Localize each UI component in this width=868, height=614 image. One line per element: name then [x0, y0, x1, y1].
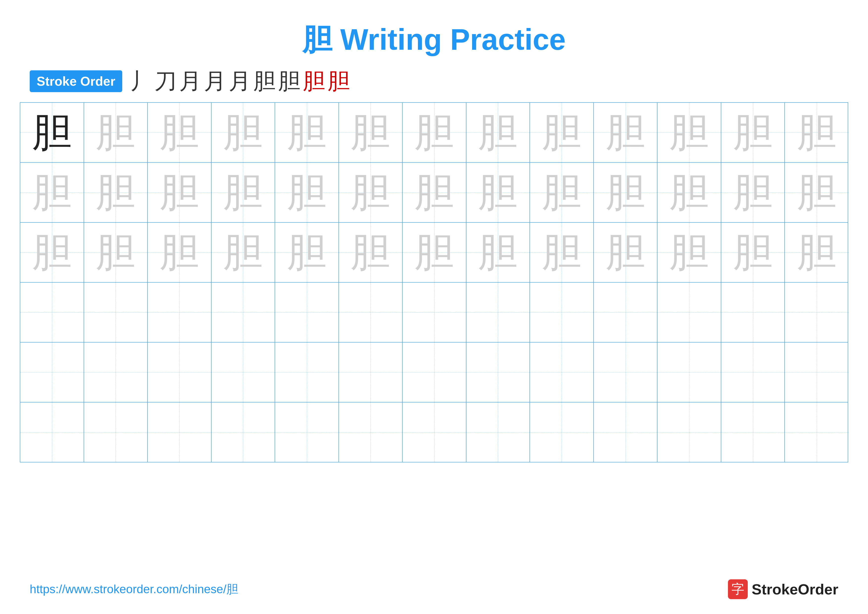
stroke-7: 胆	[278, 70, 301, 92]
grid-cell-6-3[interactable]	[148, 403, 212, 462]
grid-cell-6-8[interactable]	[467, 403, 530, 462]
grid-cell-4-9[interactable]	[530, 283, 594, 342]
grid-cell-3-2: 胆	[84, 223, 148, 282]
stroke-9: 胆	[328, 70, 350, 92]
grid-cell-5-12[interactable]	[721, 342, 785, 402]
grid-cell-2-4: 胆	[212, 163, 275, 222]
grid-cell-5-8[interactable]	[467, 342, 530, 402]
grid-row-5	[20, 342, 848, 403]
grid-cell-5-1[interactable]	[20, 342, 84, 402]
grid-cell-4-10[interactable]	[594, 283, 658, 342]
grid-cell-5-2[interactable]	[84, 342, 148, 402]
grid-cell-6-5[interactable]	[275, 403, 339, 462]
stroke-3: 月	[179, 70, 202, 92]
grid-cell-1-12: 胆	[721, 103, 785, 162]
grid-cell-2-3: 胆	[148, 163, 212, 222]
grid-cell-5-6[interactable]	[339, 342, 403, 402]
grid-cell-2-6: 胆	[339, 163, 403, 222]
grid-row-1: 胆 胆 胆 胆 胆 胆 胆 胆 胆 胆 胆 胆 胆	[20, 103, 848, 163]
grid-cell-3-1: 胆	[20, 223, 84, 282]
grid-cell-6-13[interactable]	[785, 403, 849, 462]
grid-cell-2-11: 胆	[657, 163, 721, 222]
stroke-2: 刀	[154, 70, 177, 92]
grid-cell-3-9: 胆	[530, 223, 594, 282]
grid-cell-2-9: 胆	[530, 163, 594, 222]
grid-cell-4-5[interactable]	[275, 283, 339, 342]
grid-cell-4-2[interactable]	[84, 283, 148, 342]
grid-cell-5-5[interactable]	[275, 342, 339, 402]
footer: https://www.strokeorder.com/chinese/胆 字 …	[0, 579, 868, 599]
grid-row-2: 胆 胆 胆 胆 胆 胆 胆 胆 胆 胆 胆 胆 胆	[20, 163, 848, 223]
practice-grid: 胆 胆 胆 胆 胆 胆 胆 胆 胆 胆 胆 胆 胆 胆 胆 胆 胆 胆 胆 胆 …	[20, 102, 848, 462]
grid-cell-6-7[interactable]	[403, 403, 467, 462]
grid-cell-3-13: 胆	[785, 223, 849, 282]
grid-cell-4-1[interactable]	[20, 283, 84, 342]
grid-cell-3-7: 胆	[403, 223, 467, 282]
grid-cell-4-4[interactable]	[212, 283, 275, 342]
strokeorder-icon: 字	[728, 579, 748, 599]
grid-cell-5-3[interactable]	[148, 342, 212, 402]
grid-cell-3-3: 胆	[148, 223, 212, 282]
grid-cell-3-5: 胆	[275, 223, 339, 282]
grid-cell-6-9[interactable]	[530, 403, 594, 462]
grid-cell-5-13[interactable]	[785, 342, 849, 402]
footer-logo-text: StrokeOrder	[752, 581, 838, 598]
grid-cell-5-11[interactable]	[657, 342, 721, 402]
grid-cell-5-9[interactable]	[530, 342, 594, 402]
grid-cell-1-6: 胆	[339, 103, 403, 162]
grid-cell-2-8: 胆	[467, 163, 530, 222]
grid-cell-5-10[interactable]	[594, 342, 658, 402]
grid-cell-1-13: 胆	[785, 103, 849, 162]
stroke-5: 月	[229, 70, 251, 92]
grid-cell-3-11: 胆	[657, 223, 721, 282]
grid-cell-1-5: 胆	[275, 103, 339, 162]
grid-cell-1-1: 胆	[20, 103, 84, 162]
grid-cell-1-3: 胆	[148, 103, 212, 162]
grid-cell-4-3[interactable]	[148, 283, 212, 342]
grid-cell-3-6: 胆	[339, 223, 403, 282]
grid-cell-5-4[interactable]	[212, 342, 275, 402]
grid-cell-4-13[interactable]	[785, 283, 849, 342]
grid-cell-1-10: 胆	[594, 103, 658, 162]
grid-cell-4-7[interactable]	[403, 283, 467, 342]
grid-cell-2-5: 胆	[275, 163, 339, 222]
grid-cell-3-12: 胆	[721, 223, 785, 282]
grid-cell-2-13: 胆	[785, 163, 849, 222]
grid-cell-4-6[interactable]	[339, 283, 403, 342]
grid-cell-1-7: 胆	[403, 103, 467, 162]
grid-row-6	[20, 403, 848, 462]
stroke-order-badge: Stroke Order	[30, 70, 122, 92]
stroke-6: 胆	[253, 70, 276, 92]
grid-cell-6-10[interactable]	[594, 403, 658, 462]
footer-url: https://www.strokeorder.com/chinese/胆	[30, 581, 238, 597]
grid-cell-6-4[interactable]	[212, 403, 275, 462]
grid-cell-4-12[interactable]	[721, 283, 785, 342]
stroke-8: 胆	[303, 70, 325, 92]
grid-cell-6-1[interactable]	[20, 403, 84, 462]
stroke-sequence: 丿 刀 月 月 月 胆 胆 胆 胆	[130, 70, 350, 92]
title-text: 胆 Writing Practice	[302, 23, 566, 56]
grid-cell-3-8: 胆	[467, 223, 530, 282]
grid-cell-1-4: 胆	[212, 103, 275, 162]
grid-cell-4-8[interactable]	[467, 283, 530, 342]
stroke-order-section: Stroke Order 丿 刀 月 月 月 胆 胆 胆 胆	[0, 70, 868, 92]
grid-cell-1-11: 胆	[657, 103, 721, 162]
footer-logo: 字 StrokeOrder	[728, 579, 838, 599]
grid-row-3: 胆 胆 胆 胆 胆 胆 胆 胆 胆 胆 胆 胆 胆	[20, 223, 848, 283]
grid-cell-2-2: 胆	[84, 163, 148, 222]
grid-cell-2-10: 胆	[594, 163, 658, 222]
grid-cell-6-11[interactable]	[657, 403, 721, 462]
grid-cell-5-7[interactable]	[403, 342, 467, 402]
grid-cell-3-4: 胆	[212, 223, 275, 282]
grid-cell-2-1: 胆	[20, 163, 84, 222]
grid-cell-4-11[interactable]	[657, 283, 721, 342]
grid-cell-6-12[interactable]	[721, 403, 785, 462]
grid-row-4	[20, 283, 848, 342]
stroke-1: 丿	[130, 70, 152, 92]
grid-cell-1-9: 胆	[530, 103, 594, 162]
grid-cell-3-10: 胆	[594, 223, 658, 282]
grid-cell-6-2[interactable]	[84, 403, 148, 462]
page-title: 胆 Writing Practice	[0, 0, 868, 70]
grid-cell-1-2: 胆	[84, 103, 148, 162]
grid-cell-6-6[interactable]	[339, 403, 403, 462]
